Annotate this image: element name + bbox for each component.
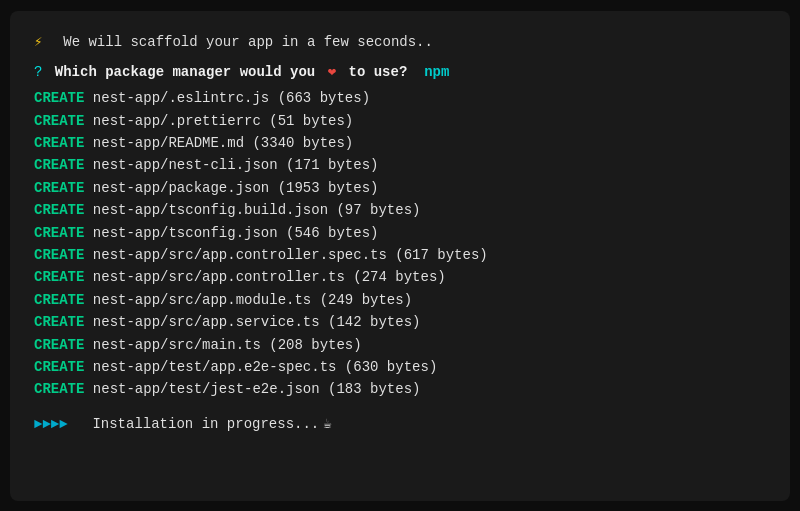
question-text: Which package manager would you xyxy=(46,61,323,83)
create-file-line: CREATE nest-app/README.md (3340 bytes) xyxy=(34,132,766,154)
create-file-line: CREATE nest-app/tsconfig.json (546 bytes… xyxy=(34,222,766,244)
coffee-icon: ☕ xyxy=(323,413,331,435)
create-file-line: CREATE nest-app/src/app.controller.ts (2… xyxy=(34,266,766,288)
scaffold-message: We will scaffold your app in a few secon… xyxy=(46,31,432,53)
progress-text: Installation in progress... xyxy=(76,413,320,435)
create-keyword: CREATE xyxy=(34,311,84,333)
create-file-line: CREATE nest-app/src/app.service.ts (142 … xyxy=(34,311,766,333)
file-path: nest-app/src/main.ts (208 bytes) xyxy=(84,334,361,356)
question-mark: ? xyxy=(34,61,42,83)
file-path: nest-app/.prettierrc (51 bytes) xyxy=(84,110,353,132)
create-files-list: CREATE nest-app/.eslintrc.js (663 bytes)… xyxy=(34,87,766,400)
file-path: nest-app/src/app.module.ts (249 bytes) xyxy=(84,289,412,311)
question-suffix: to use? xyxy=(340,61,416,83)
create-keyword: CREATE xyxy=(34,334,84,356)
create-keyword: CREATE xyxy=(34,132,84,154)
package-manager-question: ? Which package manager would you ❤️ to … xyxy=(34,61,766,83)
create-keyword: CREATE xyxy=(34,177,84,199)
create-keyword: CREATE xyxy=(34,110,84,132)
file-path: nest-app/src/app.controller.spec.ts (617… xyxy=(84,244,487,266)
create-file-line: CREATE nest-app/.eslintrc.js (663 bytes) xyxy=(34,87,766,109)
file-path: nest-app/package.json (1953 bytes) xyxy=(84,177,378,199)
create-keyword: CREATE xyxy=(34,199,84,221)
create-keyword: CREATE xyxy=(34,378,84,400)
file-path: nest-app/src/app.service.ts (142 bytes) xyxy=(84,311,420,333)
npm-value: npm xyxy=(416,61,450,83)
scaffold-line: ⚡ We will scaffold your app in a few sec… xyxy=(34,31,766,53)
file-path: nest-app/nest-cli.json (171 bytes) xyxy=(84,154,378,176)
create-keyword: CREATE xyxy=(34,266,84,288)
file-path: nest-app/tsconfig.build.json (97 bytes) xyxy=(84,199,420,221)
create-file-line: CREATE nest-app/src/app.module.ts (249 b… xyxy=(34,289,766,311)
file-path: nest-app/README.md (3340 bytes) xyxy=(84,132,353,154)
bolt-icon: ⚡ xyxy=(34,31,42,53)
create-keyword: CREATE xyxy=(34,87,84,109)
create-keyword: CREATE xyxy=(34,289,84,311)
create-keyword: CREATE xyxy=(34,244,84,266)
file-path: nest-app/test/app.e2e-spec.ts (630 bytes… xyxy=(84,356,437,378)
create-keyword: CREATE xyxy=(34,222,84,244)
create-file-line: CREATE nest-app/src/app.controller.spec.… xyxy=(34,244,766,266)
create-file-line: CREATE nest-app/.prettierrc (51 bytes) xyxy=(34,110,766,132)
create-file-line: CREATE nest-app/nest-cli.json (171 bytes… xyxy=(34,154,766,176)
progress-arrows: ►►►► xyxy=(34,413,68,435)
create-file-line: CREATE nest-app/src/main.ts (208 bytes) xyxy=(34,334,766,356)
create-file-line: CREATE nest-app/package.json (1953 bytes… xyxy=(34,177,766,199)
create-keyword: CREATE xyxy=(34,154,84,176)
file-path: nest-app/tsconfig.json (546 bytes) xyxy=(84,222,378,244)
create-file-line: CREATE nest-app/tsconfig.build.json (97 … xyxy=(34,199,766,221)
file-path: nest-app/test/jest-e2e.json (183 bytes) xyxy=(84,378,420,400)
file-path: nest-app/.eslintrc.js (663 bytes) xyxy=(84,87,370,109)
file-path: nest-app/src/app.controller.ts (274 byte… xyxy=(84,266,445,288)
create-file-line: CREATE nest-app/test/app.e2e-spec.ts (63… xyxy=(34,356,766,378)
heart-icon: ❤️ xyxy=(328,61,336,83)
progress-line: ►►►► Installation in progress... ☕ xyxy=(34,413,766,435)
create-file-line: CREATE nest-app/test/jest-e2e.json (183 … xyxy=(34,378,766,400)
terminal-window: ⚡ We will scaffold your app in a few sec… xyxy=(10,11,790,501)
create-keyword: CREATE xyxy=(34,356,84,378)
